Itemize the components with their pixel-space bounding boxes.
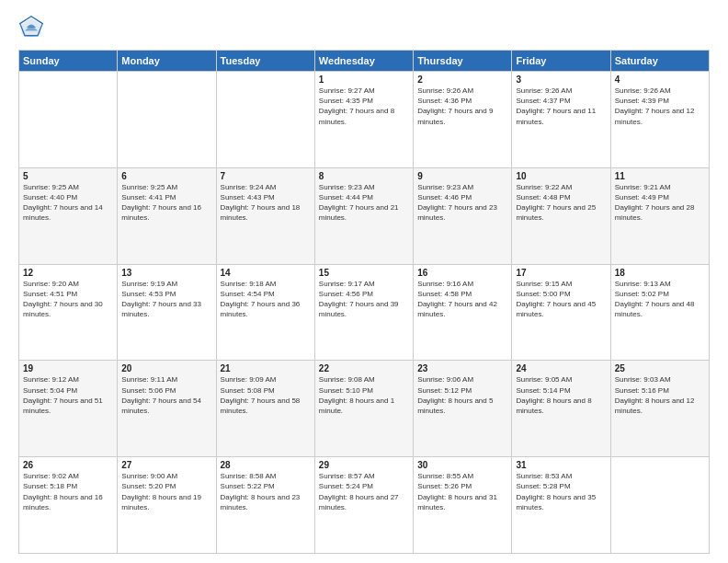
calendar-cell: 1Sunrise: 9:27 AM Sunset: 4:35 PM Daylig… (314, 72, 413, 168)
calendar-cell: 3Sunrise: 9:26 AM Sunset: 4:37 PM Daylig… (512, 72, 610, 168)
calendar-day-header: Saturday (610, 51, 709, 72)
calendar-cell: 24Sunrise: 9:05 AM Sunset: 5:14 PM Dayli… (512, 361, 610, 457)
day-info: Sunrise: 9:12 AM Sunset: 5:04 PM Dayligh… (23, 374, 113, 416)
day-info: Sunrise: 8:53 AM Sunset: 5:28 PM Dayligh… (516, 471, 606, 512)
calendar-day-header: Thursday (414, 51, 512, 72)
day-number: 11 (615, 171, 705, 181)
calendar-cell: 2Sunrise: 9:26 AM Sunset: 4:36 PM Daylig… (414, 72, 512, 168)
day-number: 31 (516, 460, 606, 470)
calendar-cell: 6Sunrise: 9:25 AM Sunset: 4:41 PM Daylig… (118, 167, 216, 264)
calendar-cell (216, 72, 314, 168)
day-info: Sunrise: 9:17 AM Sunset: 4:56 PM Dayligh… (319, 279, 409, 320)
calendar-cell: 19Sunrise: 9:12 AM Sunset: 5:04 PM Dayli… (19, 361, 118, 457)
day-number: 21 (221, 363, 311, 373)
logo (18, 15, 48, 40)
day-info: Sunrise: 9:26 AM Sunset: 4:36 PM Dayligh… (417, 86, 507, 127)
calendar-day-header: Tuesday (216, 51, 314, 72)
day-info: Sunrise: 9:22 AM Sunset: 4:48 PM Dayligh… (516, 182, 606, 224)
header (18, 15, 710, 40)
day-number: 27 (121, 460, 211, 470)
calendar-week-row: 26Sunrise: 9:02 AM Sunset: 5:18 PM Dayli… (19, 457, 710, 554)
day-info: Sunrise: 9:23 AM Sunset: 4:44 PM Dayligh… (319, 182, 409, 224)
calendar-cell: 12Sunrise: 9:20 AM Sunset: 4:51 PM Dayli… (19, 264, 118, 361)
calendar-cell: 9Sunrise: 9:23 AM Sunset: 4:46 PM Daylig… (414, 167, 512, 264)
day-number: 6 (121, 171, 211, 181)
day-number: 23 (417, 363, 507, 373)
calendar-cell: 10Sunrise: 9:22 AM Sunset: 4:48 PM Dayli… (512, 167, 610, 264)
day-info: Sunrise: 9:21 AM Sunset: 4:49 PM Dayligh… (615, 182, 705, 224)
calendar-cell: 31Sunrise: 8:53 AM Sunset: 5:28 PM Dayli… (512, 457, 610, 554)
calendar-cell: 8Sunrise: 9:23 AM Sunset: 4:44 PM Daylig… (314, 167, 413, 264)
calendar-day-header: Sunday (19, 51, 118, 72)
calendar-header-row: SundayMondayTuesdayWednesdayThursdayFrid… (19, 51, 710, 72)
calendar-cell: 13Sunrise: 9:19 AM Sunset: 4:53 PM Dayli… (118, 264, 216, 361)
calendar-cell: 14Sunrise: 9:18 AM Sunset: 4:54 PM Dayli… (216, 264, 314, 361)
day-number: 24 (516, 363, 606, 373)
calendar-week-row: 1Sunrise: 9:27 AM Sunset: 4:35 PM Daylig… (19, 72, 710, 168)
day-info: Sunrise: 8:55 AM Sunset: 5:26 PM Dayligh… (417, 471, 507, 512)
calendar-day-header: Monday (118, 51, 216, 72)
calendar-cell: 4Sunrise: 9:26 AM Sunset: 4:39 PM Daylig… (610, 72, 709, 168)
calendar-table: SundayMondayTuesdayWednesdayThursdayFrid… (18, 50, 710, 554)
day-number: 8 (319, 171, 409, 181)
day-info: Sunrise: 9:24 AM Sunset: 4:43 PM Dayligh… (221, 182, 311, 224)
day-info: Sunrise: 9:26 AM Sunset: 4:39 PM Dayligh… (615, 86, 705, 127)
day-number: 19 (23, 363, 113, 373)
day-number: 2 (417, 75, 507, 85)
day-number: 28 (221, 460, 311, 470)
day-info: Sunrise: 9:15 AM Sunset: 5:00 PM Dayligh… (516, 279, 606, 320)
day-number: 5 (23, 171, 113, 181)
day-info: Sunrise: 9:23 AM Sunset: 4:46 PM Dayligh… (417, 182, 507, 224)
calendar-cell: 16Sunrise: 9:16 AM Sunset: 4:58 PM Dayli… (414, 264, 512, 361)
day-number: 1 (319, 75, 409, 85)
day-number: 13 (121, 268, 211, 278)
page: SundayMondayTuesdayWednesdayThursdayFrid… (0, 0, 728, 563)
calendar-week-row: 5Sunrise: 9:25 AM Sunset: 4:40 PM Daylig… (19, 167, 710, 264)
calendar-cell: 7Sunrise: 9:24 AM Sunset: 4:43 PM Daylig… (216, 167, 314, 264)
day-number: 18 (615, 268, 705, 278)
day-number: 9 (417, 171, 507, 181)
day-info: Sunrise: 9:20 AM Sunset: 4:51 PM Dayligh… (23, 279, 113, 320)
calendar-cell: 18Sunrise: 9:13 AM Sunset: 5:02 PM Dayli… (610, 264, 709, 361)
day-number: 15 (319, 268, 409, 278)
day-number: 16 (417, 268, 507, 278)
day-number: 22 (319, 363, 409, 373)
day-number: 10 (516, 171, 606, 181)
calendar-cell: 11Sunrise: 9:21 AM Sunset: 4:49 PM Dayli… (610, 167, 709, 264)
day-number: 4 (615, 75, 705, 85)
calendar-cell: 20Sunrise: 9:11 AM Sunset: 5:06 PM Dayli… (118, 361, 216, 457)
day-info: Sunrise: 8:57 AM Sunset: 5:24 PM Dayligh… (319, 471, 409, 512)
calendar-cell (610, 457, 709, 554)
calendar-cell: 29Sunrise: 8:57 AM Sunset: 5:24 PM Dayli… (314, 457, 413, 554)
day-info: Sunrise: 9:02 AM Sunset: 5:18 PM Dayligh… (23, 471, 113, 512)
calendar-cell: 21Sunrise: 9:09 AM Sunset: 5:08 PM Dayli… (216, 361, 314, 457)
day-info: Sunrise: 9:18 AM Sunset: 4:54 PM Dayligh… (221, 279, 311, 320)
day-info: Sunrise: 9:03 AM Sunset: 5:16 PM Dayligh… (615, 374, 705, 416)
calendar-day-header: Wednesday (314, 51, 413, 72)
day-info: Sunrise: 8:58 AM Sunset: 5:22 PM Dayligh… (221, 471, 311, 512)
day-number: 3 (516, 75, 606, 85)
day-number: 25 (615, 363, 705, 373)
calendar-cell: 17Sunrise: 9:15 AM Sunset: 5:00 PM Dayli… (512, 264, 610, 361)
calendar-cell: 30Sunrise: 8:55 AM Sunset: 5:26 PM Dayli… (414, 457, 512, 554)
calendar-cell: 22Sunrise: 9:08 AM Sunset: 5:10 PM Dayli… (314, 361, 413, 457)
day-number: 30 (417, 460, 507, 470)
day-number: 20 (121, 363, 211, 373)
day-info: Sunrise: 9:05 AM Sunset: 5:14 PM Dayligh… (516, 374, 606, 416)
day-info: Sunrise: 9:25 AM Sunset: 4:40 PM Dayligh… (23, 182, 113, 224)
day-info: Sunrise: 9:08 AM Sunset: 5:10 PM Dayligh… (319, 374, 409, 416)
day-info: Sunrise: 9:16 AM Sunset: 4:58 PM Dayligh… (417, 279, 507, 320)
day-number: 17 (516, 268, 606, 278)
day-info: Sunrise: 9:00 AM Sunset: 5:20 PM Dayligh… (121, 471, 211, 512)
day-info: Sunrise: 9:25 AM Sunset: 4:41 PM Dayligh… (121, 182, 211, 224)
day-info: Sunrise: 9:06 AM Sunset: 5:12 PM Dayligh… (417, 374, 507, 416)
calendar-cell: 23Sunrise: 9:06 AM Sunset: 5:12 PM Dayli… (414, 361, 512, 457)
day-number: 26 (23, 460, 113, 470)
calendar-cell: 25Sunrise: 9:03 AM Sunset: 5:16 PM Dayli… (610, 361, 709, 457)
day-number: 29 (319, 460, 409, 470)
calendar-week-row: 19Sunrise: 9:12 AM Sunset: 5:04 PM Dayli… (19, 361, 710, 457)
day-info: Sunrise: 9:27 AM Sunset: 4:35 PM Dayligh… (319, 86, 409, 127)
day-number: 12 (23, 268, 113, 278)
day-info: Sunrise: 9:09 AM Sunset: 5:08 PM Dayligh… (221, 374, 311, 416)
calendar-day-header: Friday (512, 51, 610, 72)
